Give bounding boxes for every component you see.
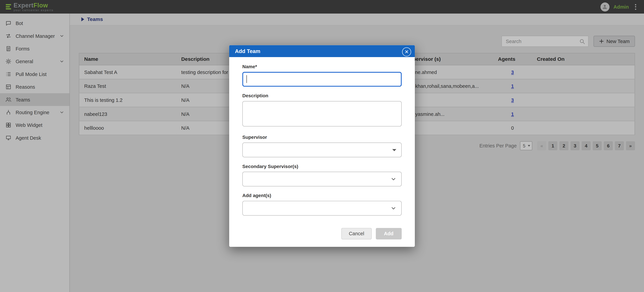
secondary-supervisor-field-label: Secondary Supervisor(s) xyxy=(242,164,402,169)
caret-down-icon xyxy=(392,149,396,151)
text-cursor xyxy=(246,75,247,83)
modal-header: Add Team ✕ xyxy=(229,45,415,57)
team-description-textarea[interactable] xyxy=(242,101,402,126)
team-name-input[interactable] xyxy=(242,72,402,87)
add-button[interactable]: Add xyxy=(376,228,402,240)
chevron-down-icon xyxy=(391,176,396,182)
modal-footer: Cancel Add xyxy=(229,224,415,247)
modal-body: Name* Description Supervisor xyxy=(229,57,415,224)
supervisor-field-label: Supervisor xyxy=(242,135,402,140)
cancel-button[interactable]: Cancel xyxy=(342,228,372,240)
app-window: ExpertFlow your callcenter experts Admin… xyxy=(0,0,644,292)
add-agents-field-label: Add agent(s) xyxy=(242,193,402,198)
secondary-supervisor-select[interactable] xyxy=(242,172,402,186)
add-agents-select[interactable] xyxy=(242,201,402,216)
add-team-modal: Add Team ✕ Name* Description Supervisor xyxy=(229,45,415,247)
chevron-down-icon xyxy=(391,205,396,211)
close-icon[interactable]: ✕ xyxy=(402,47,411,56)
modal-title: Add Team xyxy=(235,48,260,54)
name-field-label: Name* xyxy=(242,64,402,69)
supervisor-select[interactable] xyxy=(242,142,402,158)
description-field-label: Description xyxy=(242,93,402,98)
